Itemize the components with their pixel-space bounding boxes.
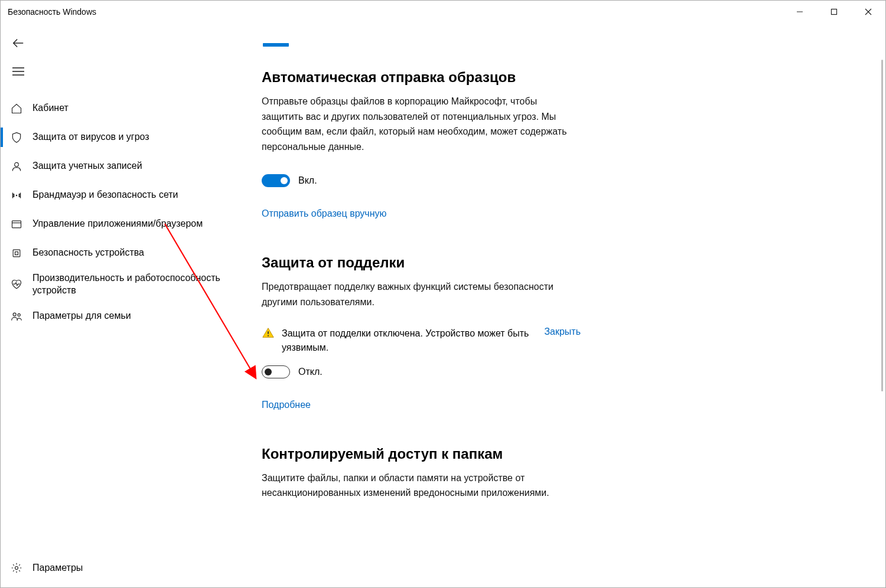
maximize-button[interactable]	[817, 1, 851, 23]
tamper-protection-toggle[interactable]	[262, 365, 290, 378]
section-description: Предотвращает подделку важных функций си…	[262, 279, 581, 309]
toggle-state-label: Вкл.	[298, 175, 317, 186]
svg-point-8	[15, 162, 19, 166]
hamburger-button[interactable]	[4, 57, 32, 86]
heart-icon	[8, 279, 25, 290]
section-title: Автоматическая отправка образцов	[262, 69, 581, 86]
scrollbar[interactable]	[881, 60, 883, 391]
nav-item-appcontrol[interactable]: Управление приложениями/браузером	[1, 210, 243, 239]
warning-dismiss-link[interactable]: Закрыть	[544, 326, 581, 337]
nav-label: Кабинет	[25, 102, 69, 115]
nav-item-firewall[interactable]: Брандмауэр и безопасность сети	[1, 181, 243, 210]
svg-rect-10	[12, 221, 21, 228]
svg-rect-12	[13, 250, 20, 257]
svg-rect-1	[832, 9, 837, 15]
close-button[interactable]	[851, 1, 885, 23]
person-icon	[8, 161, 25, 172]
nav-label: Параметры для семьи	[25, 310, 131, 322]
auto-sample-toggle[interactable]	[262, 174, 290, 187]
nav-label: Производительность и работоспособность у…	[25, 272, 226, 297]
svg-point-16	[15, 567, 18, 570]
svg-point-14	[13, 313, 16, 316]
svg-rect-13	[15, 251, 18, 254]
svg-point-15	[18, 313, 20, 316]
chip-icon	[8, 247, 25, 259]
sidebar: Кабинет Защита от вирусов и угроз Защита…	[1, 23, 243, 587]
nav-list: Кабинет Защита от вирусов и угроз Защита…	[1, 94, 243, 552]
toggle-state-label: Откл.	[298, 367, 323, 377]
section-title: Контролируемый доступ к папкам	[262, 446, 581, 462]
section-title: Защита от подделки	[262, 254, 581, 271]
family-icon	[8, 311, 25, 322]
nav-item-home[interactable]: Кабинет	[1, 94, 243, 123]
window-controls	[783, 1, 885, 23]
nav-item-device[interactable]: Безопасность устройства	[1, 239, 243, 267]
main-content: Автоматическая отправка образцов Отправь…	[243, 23, 885, 587]
body: Кабинет Защита от вирусов и угроз Защита…	[1, 23, 885, 587]
section-auto-sample: Автоматическая отправка образцов Отправь…	[262, 69, 581, 219]
svg-point-9	[16, 194, 18, 196]
warning-text: Защита от подделки отключена. Устройство…	[282, 326, 536, 355]
back-button[interactable]	[4, 29, 32, 57]
gear-icon	[8, 562, 25, 574]
warning-icon	[262, 326, 275, 339]
nav-item-account[interactable]: Защита учетных записей	[1, 152, 243, 181]
section-description: Защитите файлы, папки и области памяти н…	[262, 471, 581, 501]
nav-label: Параметры	[25, 562, 83, 574]
toggle-row: Откл.	[262, 365, 581, 378]
window-title: Безопасность Windows	[8, 7, 783, 17]
section-tamper-protection: Защита от подделки Предотвращает подделк…	[262, 254, 581, 410]
nav-item-family[interactable]: Параметры для семьи	[1, 302, 243, 331]
section-controlled-folder-access: Контролируемый доступ к папкам Защитите …	[262, 446, 581, 501]
nav-item-settings[interactable]: Параметры	[1, 552, 243, 584]
warning-block: Защита от подделки отключена. Устройство…	[262, 326, 581, 355]
section-description: Отправьте образцы файлов в корпорацию Ма…	[262, 94, 581, 154]
learn-more-link[interactable]: Подробнее	[262, 400, 311, 410]
svg-point-19	[268, 335, 269, 336]
wifi-icon	[8, 190, 25, 201]
nav-item-performance[interactable]: Производительность и работоспособность у…	[1, 267, 243, 302]
minimize-button[interactable]	[783, 1, 817, 23]
toggle-row: Вкл.	[262, 174, 581, 187]
submit-sample-manually-link[interactable]: Отправить образец вручную	[262, 208, 387, 219]
app-window: Безопасность Windows	[0, 0, 886, 588]
nav-label: Безопасность устройства	[25, 247, 144, 259]
app-icon	[8, 218, 25, 230]
nav-label: Управление приложениями/браузером	[25, 218, 203, 230]
nav-item-virus[interactable]: Защита от вирусов и угроз	[1, 123, 243, 152]
nav-label: Брандмауэр и безопасность сети	[25, 189, 178, 201]
nav-label: Защита учетных записей	[25, 160, 142, 172]
shield-icon	[8, 132, 25, 143]
nav-label: Защита от вирусов и угроз	[25, 131, 149, 143]
home-icon	[8, 103, 25, 115]
titlebar: Безопасность Windows	[1, 1, 885, 23]
